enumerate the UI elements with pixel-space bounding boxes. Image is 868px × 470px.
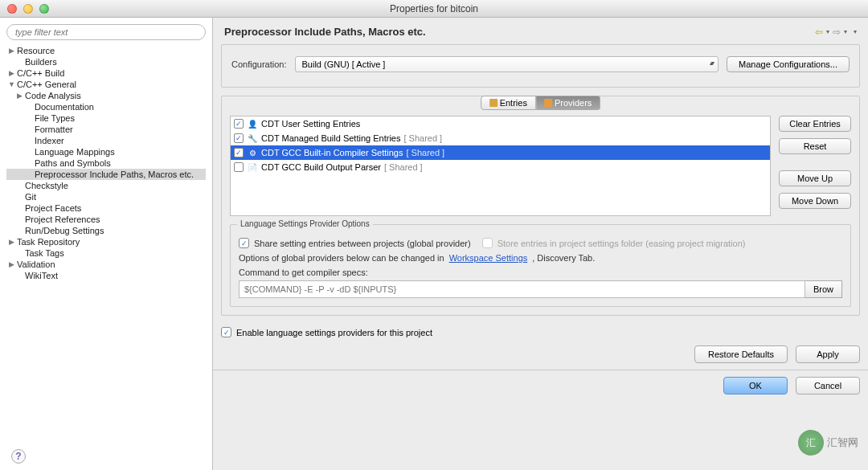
entries-icon xyxy=(489,99,497,107)
provider-icon: 📄 xyxy=(247,161,258,173)
provider-row[interactable]: ⚙CDT GCC Built-in Compiler Settings [ Sh… xyxy=(231,145,770,160)
provider-list[interactable]: 👤CDT User Setting Entries🔧CDT Managed Bu… xyxy=(230,116,771,216)
tree-item-label: Project Facets xyxy=(25,203,81,213)
provider-checkbox[interactable] xyxy=(234,133,244,143)
provider-checkbox[interactable] xyxy=(234,119,244,129)
chevron-right-icon[interactable]: ▶ xyxy=(16,92,23,100)
tree-item[interactable]: Run/Debug Settings xyxy=(6,225,206,236)
clear-entries-button[interactable]: Clear Entries xyxy=(779,116,851,132)
view-menu-icon[interactable]: ▾ xyxy=(854,28,857,35)
tab-providers[interactable]: Providers xyxy=(536,96,600,110)
tree-item[interactable]: Language Mappings xyxy=(6,146,206,157)
minimize-window-icon[interactable] xyxy=(23,4,33,14)
tree-item[interactable]: ▶Validation xyxy=(6,259,206,270)
tree-item-label: Documentation xyxy=(35,102,94,112)
manage-configurations-button[interactable]: Manage Configurations... xyxy=(727,56,850,72)
tree-item-label: C/C++ Build xyxy=(17,68,64,78)
provider-options-group: Language Settings Provider Options Share… xyxy=(230,224,851,307)
tree-item[interactable]: Paths and Symbols xyxy=(6,157,206,169)
titlebar: Properties for bitcoin xyxy=(0,0,868,18)
command-label: Command to get compiler specs: xyxy=(239,268,842,277)
tree-item[interactable]: ▼C/C++ General xyxy=(6,79,206,90)
help-icon[interactable]: ? xyxy=(11,449,26,464)
tree-item[interactable]: ▶Code Analysis xyxy=(6,90,206,101)
move-down-button[interactable]: Move Down xyxy=(779,193,851,209)
back-icon[interactable]: ⇦ xyxy=(815,27,823,38)
tree-item[interactable]: Builders xyxy=(6,56,206,67)
chevron-right-icon[interactable]: ▶ xyxy=(8,69,15,77)
tree-item-label: Preprocessor Include Paths, Macros etc. xyxy=(35,170,194,179)
tree-item[interactable]: Git xyxy=(6,191,206,202)
tree-item[interactable]: ▶C/C++ Build xyxy=(6,67,206,79)
zoom-window-icon[interactable] xyxy=(39,4,49,14)
tree-item-label: WikiText xyxy=(25,271,58,280)
provider-row[interactable]: 📄CDT GCC Build Output Parser [ Shared ] xyxy=(231,160,770,174)
tree-item[interactable]: File Types xyxy=(6,112,206,124)
apply-button[interactable]: Apply xyxy=(796,345,860,363)
enable-providers-checkbox[interactable] xyxy=(221,327,231,337)
tree-item-label: Code Analysis xyxy=(25,91,81,100)
provider-row[interactable]: 🔧CDT Managed Build Setting Entries [ Sha… xyxy=(231,131,770,145)
reset-button[interactable]: Reset xyxy=(779,138,851,154)
configuration-panel: Configuration: Build (GNU) [ Active ] Ma… xyxy=(221,44,860,88)
share-entries-checkbox[interactable] xyxy=(239,238,249,248)
page-title: Preprocessor Include Paths, Macros etc. xyxy=(224,26,426,38)
tree-item[interactable]: Checkstyle xyxy=(6,180,206,191)
chevron-right-icon[interactable]: ▶ xyxy=(8,260,15,268)
workspace-settings-link[interactable]: Workspace Settings xyxy=(449,253,528,263)
chevron-down-icon[interactable]: ▼ xyxy=(8,80,15,88)
provider-icon: ⚙ xyxy=(247,147,258,158)
traffic-lights xyxy=(0,4,49,14)
close-window-icon[interactable] xyxy=(7,4,17,14)
provider-icon: 🔧 xyxy=(247,133,258,144)
provider-row[interactable]: 👤CDT User Setting Entries xyxy=(231,116,770,131)
provider-label: CDT GCC Built-in Compiler Settings xyxy=(261,148,403,157)
tree-item-label: C/C++ General xyxy=(17,80,76,89)
configuration-select[interactable]: Build (GNU) [ Active ] xyxy=(295,56,719,72)
tree-item[interactable]: ▶Task Repository xyxy=(6,236,206,247)
tree-item-label: Formatter xyxy=(35,125,73,134)
tree-item[interactable]: Project Facets xyxy=(6,202,206,214)
forward-icon[interactable]: ⇨ xyxy=(833,27,841,38)
ok-button[interactable]: OK xyxy=(723,377,788,394)
enable-providers-row: Enable language settings providers for t… xyxy=(221,322,860,341)
back-menu-icon[interactable]: ▾ xyxy=(826,28,829,35)
provider-shared-tag: [ Shared ] xyxy=(406,148,444,157)
tree-item[interactable]: Indexer xyxy=(6,135,206,146)
tree-item-label: Language Mappings xyxy=(35,147,115,157)
tree-item[interactable]: Task Tags xyxy=(6,247,206,259)
provider-checkbox[interactable] xyxy=(234,148,244,157)
tree-item[interactable]: WikiText xyxy=(6,270,206,281)
restore-defaults-button[interactable]: Restore Defaults xyxy=(694,345,788,363)
tree-item[interactable]: ▶Resource xyxy=(6,45,206,56)
provider-shared-tag: [ Shared ] xyxy=(403,133,442,143)
tree-item-label: File Types xyxy=(35,113,75,123)
move-up-button[interactable]: Move Up xyxy=(779,170,851,186)
store-entries-checkbox xyxy=(482,238,493,248)
tree-item[interactable]: Project References xyxy=(6,214,206,225)
store-entries-label: Store entries in project settings folder… xyxy=(497,239,746,248)
forward-menu-icon[interactable]: ▾ xyxy=(844,28,847,35)
window-title: Properties for bitcoin xyxy=(390,3,478,14)
global-options-text-a: Options of global providers below can be… xyxy=(239,253,444,263)
filter-input[interactable] xyxy=(6,24,206,40)
cancel-button[interactable]: Cancel xyxy=(796,377,860,394)
tree-item[interactable]: Preprocessor Include Paths, Macros etc. xyxy=(6,169,206,180)
providers-icon xyxy=(544,99,552,107)
tree-item-label: Builders xyxy=(25,57,57,67)
provider-checkbox[interactable] xyxy=(234,162,244,172)
tree-item[interactable]: Documentation xyxy=(6,101,206,112)
tab-providers-label: Providers xyxy=(555,98,592,108)
sidebar: ▶ResourceBuilders▶C/C++ Build▼C/C++ Gene… xyxy=(0,18,213,470)
browse-button[interactable]: Brow xyxy=(805,280,842,298)
chevron-right-icon[interactable]: ▶ xyxy=(8,238,15,246)
preference-tree: ▶ResourceBuilders▶C/C++ Build▼C/C++ Gene… xyxy=(6,45,206,464)
command-input[interactable] xyxy=(239,280,805,298)
configuration-label: Configuration: xyxy=(231,59,287,69)
tab-entries[interactable]: Entries xyxy=(481,96,536,110)
provider-icon: 👤 xyxy=(247,118,258,129)
content-pane: Preprocessor Include Paths, Macros etc. … xyxy=(213,18,868,470)
tree-item[interactable]: Formatter xyxy=(6,124,206,135)
tabstrip: Entries Providers xyxy=(481,96,601,110)
chevron-right-icon[interactable]: ▶ xyxy=(8,47,15,55)
